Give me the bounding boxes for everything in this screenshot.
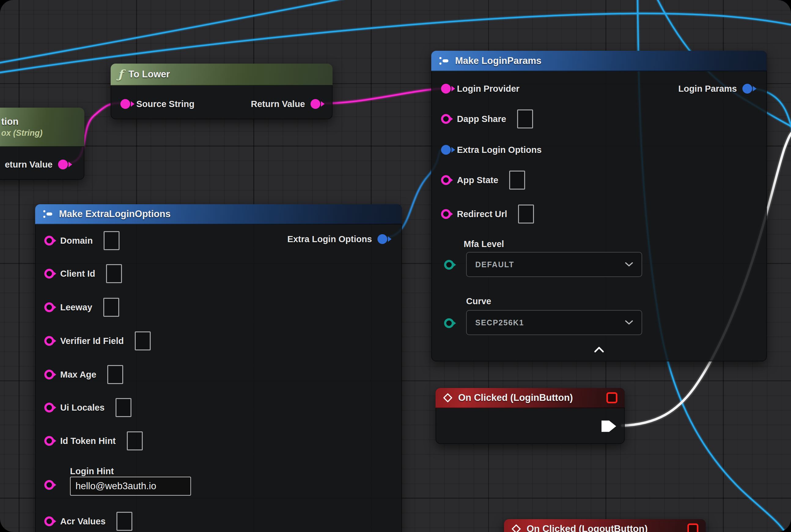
app-state-pin[interactable] xyxy=(441,175,451,185)
mfa-level-label: Mfa Level xyxy=(464,239,504,249)
source-string-pin[interactable] xyxy=(120,99,130,109)
wire-blue-top-steep xyxy=(0,0,348,63)
node-combo-box-title: tion xyxy=(1,116,19,127)
ui-locales-pin[interactable] xyxy=(44,403,54,413)
make-struct-icon xyxy=(439,56,449,66)
max-age-pin[interactable] xyxy=(44,369,54,379)
return-value-label: eturn Value xyxy=(5,159,53,170)
node-make-login-params[interactable]: Make LoginParams Login Params Login Prov… xyxy=(431,51,767,361)
wire-blue-top-steep-core xyxy=(0,0,348,63)
node-to-lower[interactable]: ƒ To Lower Source String Return Value xyxy=(111,63,332,119)
dapp-share-checkbox[interactable] xyxy=(517,110,533,128)
curve-value: SECP256K1 xyxy=(475,318,524,327)
to-lower-header[interactable]: ƒ To Lower xyxy=(111,63,332,86)
redirect-url-checkbox[interactable] xyxy=(518,205,534,224)
on-clicked-logout-title: On Clicked (LogoutButton) xyxy=(527,524,648,532)
extra-login-options-in-label: Extra Login Options xyxy=(457,145,542,155)
on-clicked-login-header[interactable]: On Clicked (LoginButton) xyxy=(436,388,625,408)
ui-locales-checkbox[interactable] xyxy=(116,398,131,417)
acr-values-pin[interactable] xyxy=(44,516,54,526)
event-diamond-icon xyxy=(512,524,521,532)
acr-values-checkbox[interactable] xyxy=(116,512,132,531)
login-params-header[interactable]: Make LoginParams xyxy=(431,51,767,71)
app-state-checkbox[interactable] xyxy=(509,171,525,190)
domain-pin[interactable] xyxy=(44,236,54,246)
node-combo-box-subtitle: ox (String) xyxy=(1,128,42,138)
chevron-down-icon xyxy=(625,262,633,267)
verifier-id-field-label: Verifier Id Field xyxy=(60,336,124,346)
login-hint-label: Login Hint xyxy=(70,466,114,476)
redirect-url-label: Redirect Url xyxy=(457,209,507,219)
max-age-checkbox[interactable] xyxy=(107,365,123,384)
exec-out-pin[interactable] xyxy=(601,420,616,433)
client-id-label: Client Id xyxy=(60,269,95,279)
extra-login-options-out-label: Extra Login Options xyxy=(287,234,372,244)
event-bind-icon[interactable] xyxy=(688,524,698,532)
leeway-label: Leeway xyxy=(60,302,92,312)
acr-values-label: Acr Values xyxy=(60,516,105,527)
id-token-hint-label: Id Token Hint xyxy=(60,436,116,446)
login-provider-pin[interactable] xyxy=(441,84,451,94)
on-clicked-login-title: On Clicked (LoginButton) xyxy=(458,392,573,403)
node-on-clicked-logout-button[interactable]: On Clicked (LogoutButton) xyxy=(504,519,706,532)
to-lower-return-label: Return Value xyxy=(251,99,305,109)
leeway-pin[interactable] xyxy=(44,302,54,312)
dapp-share-label: Dapp Share xyxy=(457,114,506,124)
on-clicked-logout-header[interactable]: On Clicked (LogoutButton) xyxy=(504,519,706,532)
login-provider-label: Login Provider xyxy=(457,84,520,94)
extra-login-options-out-pin[interactable] xyxy=(378,234,387,244)
wire-pink-tolower-to-provider-core xyxy=(314,88,443,103)
extra-login-options-title: Make ExtraLoginOptions xyxy=(59,209,171,220)
login-params-title: Make LoginParams xyxy=(455,55,542,66)
to-lower-return-pin[interactable] xyxy=(310,99,320,109)
event-bind-icon[interactable] xyxy=(606,392,617,403)
id-token-hint-pin[interactable] xyxy=(44,436,54,446)
event-diamond-icon xyxy=(443,393,453,403)
login-hint-input[interactable]: hello@web3auth.io xyxy=(70,477,191,496)
source-string-label: Source String xyxy=(136,99,194,109)
verifier-id-field-checkbox[interactable] xyxy=(135,331,151,350)
ui-locales-label: Ui Locales xyxy=(60,403,104,413)
node-on-clicked-login-button[interactable]: On Clicked (LoginButton) xyxy=(436,388,625,444)
domain-checkbox[interactable] xyxy=(103,231,119,250)
verifier-id-field-pin[interactable] xyxy=(44,336,54,346)
redirect-url-pin[interactable] xyxy=(441,209,451,219)
mfa-level-value: DEFAULT xyxy=(475,260,514,269)
login-params-out-pin[interactable] xyxy=(742,84,752,94)
node-combo-box-header[interactable]: tion ox (String) xyxy=(0,108,84,147)
extra-login-options-in-pin[interactable] xyxy=(441,145,451,155)
return-value-pin[interactable] xyxy=(58,159,68,169)
function-icon: ƒ xyxy=(118,69,123,80)
wire-pink-tolower-to-provider xyxy=(314,88,443,103)
app-state-label: App State xyxy=(457,175,498,185)
domain-label: Domain xyxy=(60,236,93,246)
curve-label: Curve xyxy=(466,296,491,306)
leeway-checkbox[interactable] xyxy=(103,298,119,317)
dapp-share-pin[interactable] xyxy=(441,114,451,124)
chevron-down-icon xyxy=(625,320,633,325)
curve-pin[interactable] xyxy=(444,318,454,328)
extra-login-options-header[interactable]: Make ExtraLoginOptions xyxy=(35,204,402,224)
mfa-level-pin[interactable] xyxy=(444,260,454,270)
login-hint-value: hello@web3auth.io xyxy=(76,481,156,492)
make-struct-icon xyxy=(42,209,54,219)
blueprint-canvas[interactable]: tion ox (String) eturn Value ƒ To Lower … xyxy=(0,0,791,532)
id-token-hint-checkbox[interactable] xyxy=(127,432,143,450)
node-make-extra-login-options[interactable]: Make ExtraLoginOptions Extra Login Optio… xyxy=(35,204,402,532)
login-hint-pin[interactable] xyxy=(44,480,54,490)
to-lower-title: To Lower xyxy=(128,69,170,80)
collapse-node-icon[interactable] xyxy=(594,346,604,353)
curve-dropdown[interactable]: SECP256K1 xyxy=(466,310,642,335)
login-params-out-label: Login Params xyxy=(678,84,737,94)
node-combo-box-partial[interactable]: tion ox (String) eturn Value xyxy=(0,108,84,180)
max-age-label: Max Age xyxy=(60,369,96,380)
client-id-pin[interactable] xyxy=(44,269,54,279)
mfa-level-dropdown[interactable]: DEFAULT xyxy=(466,252,642,277)
client-id-checkbox[interactable] xyxy=(106,264,122,283)
